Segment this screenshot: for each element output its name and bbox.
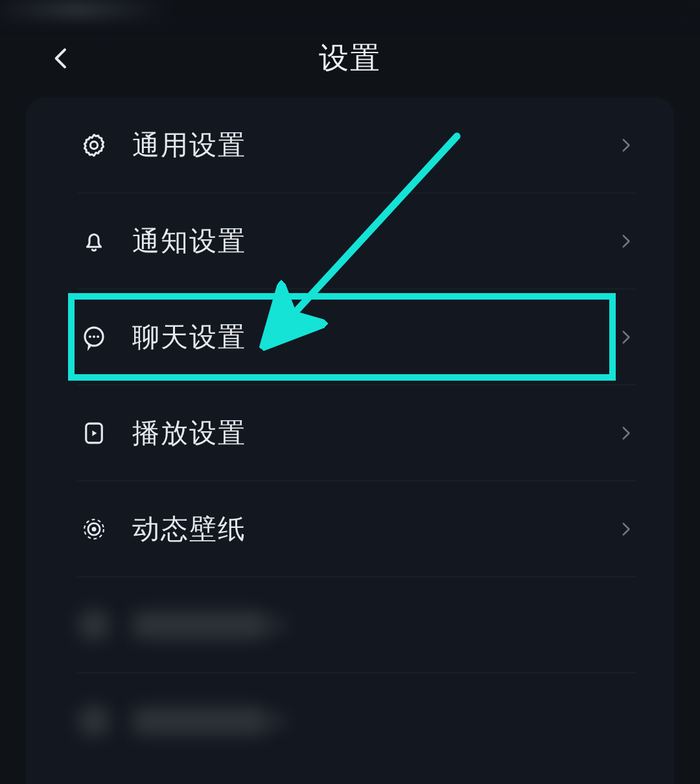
- settings-row-label: 动态壁纸: [132, 511, 616, 547]
- chevron-right-icon: [268, 615, 288, 635]
- settings-row-blurred[interactable]: [26, 673, 674, 769]
- chevron-right-icon: [616, 136, 635, 155]
- settings-row-label: 通用设置: [132, 127, 616, 163]
- back-button[interactable]: [45, 42, 78, 75]
- bell-icon: [78, 225, 110, 257]
- chevron-right-icon: [616, 327, 635, 347]
- page-title: 设置: [319, 38, 381, 78]
- settings-screen: 设置 通用设置 通知设置: [0, 0, 700, 784]
- settings-row-general[interactable]: 通用设置: [26, 97, 674, 193]
- settings-row-blurred[interactable]: [26, 577, 674, 673]
- chevron-right-icon: [616, 423, 635, 443]
- settings-row-label: 聊天设置: [132, 319, 616, 355]
- blur-icon: [78, 705, 110, 737]
- blur-icon: [78, 609, 110, 641]
- svg-point-4: [97, 335, 99, 338]
- chevron-right-icon: [616, 519, 635, 539]
- settings-row-wallpaper[interactable]: 动态壁纸: [26, 481, 674, 577]
- statusbar-blur: [0, 0, 700, 19]
- gear-icon: [78, 129, 110, 161]
- settings-row-playback[interactable]: 播放设置: [26, 385, 674, 481]
- svg-point-0: [90, 141, 97, 148]
- settings-panel: 通用设置 通知设置: [26, 97, 674, 784]
- settings-row-label: 播放设置: [132, 415, 616, 451]
- play-icon: [78, 417, 110, 449]
- svg-point-3: [93, 335, 95, 338]
- settings-row-chat[interactable]: 聊天设置: [26, 289, 674, 385]
- chevron-left-icon: [49, 45, 75, 71]
- chevron-right-icon: [268, 711, 288, 731]
- svg-point-2: [89, 335, 91, 338]
- settings-row-label: 通知设置: [132, 223, 616, 259]
- header-bar: 设置: [0, 29, 700, 88]
- settings-row-label: [132, 707, 268, 735]
- chat-icon: [78, 321, 110, 353]
- svg-point-8: [92, 527, 97, 532]
- settings-row-label: [132, 612, 268, 639]
- wallpaper-icon: [78, 513, 110, 545]
- settings-row-notifications[interactable]: 通知设置: [26, 193, 674, 289]
- chevron-right-icon: [616, 232, 635, 251]
